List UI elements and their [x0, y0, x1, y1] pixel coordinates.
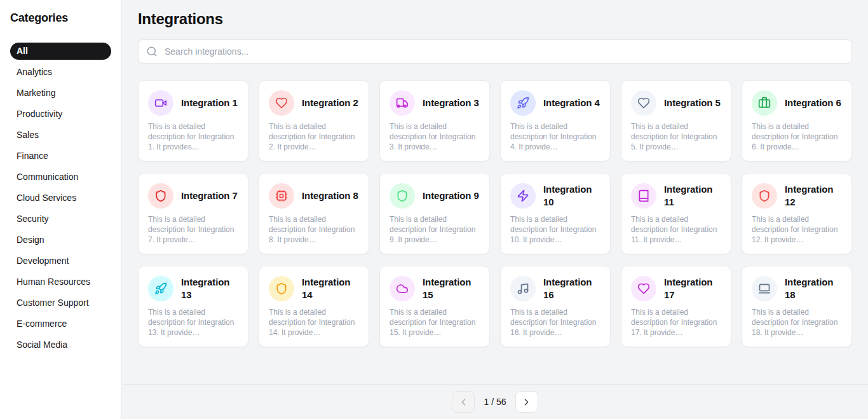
card-header: Integration 14 [269, 276, 359, 301]
integration-title: Integration 1 [181, 97, 238, 109]
video-icon [148, 90, 173, 116]
sidebar-heading: Categories [10, 11, 111, 25]
card-header: Integration 13 [148, 276, 238, 301]
shield-icon [148, 183, 173, 209]
integration-card[interactable]: Integration 7This is a detailed descript… [138, 173, 248, 254]
integration-description: This is a detailed description for Integ… [510, 121, 600, 152]
chevron-right-icon [521, 397, 532, 408]
rocket-icon [510, 90, 536, 116]
integrations-grid: Integration 1This is a detailed descript… [138, 80, 852, 347]
sidebar-item-communication[interactable]: Communication [10, 168, 111, 186]
integration-description: This is a detailed description for Integ… [752, 307, 842, 338]
integration-title: Integration 8 [302, 189, 358, 202]
integration-description: This is a detailed description for Integ… [631, 307, 721, 338]
integration-card[interactable]: Integration 17This is a detailed descrip… [621, 266, 731, 347]
integration-title: Integration 12 [785, 183, 842, 209]
integration-card[interactable]: Integration 2This is a detailed descript… [259, 80, 369, 161]
integration-title: Integration 2 [302, 97, 358, 109]
card-header: Integration 17 [631, 276, 721, 301]
integration-card[interactable]: Integration 9This is a detailed descript… [379, 173, 490, 254]
shield-icon [752, 183, 777, 209]
sidebar-item-finance[interactable]: Finance [10, 148, 111, 165]
integration-description: This is a detailed description for Integ… [148, 214, 238, 245]
card-header: Integration 8 [269, 183, 359, 209]
page-title: Integrations [138, 10, 852, 28]
card-header: Integration 1 [148, 90, 238, 116]
truck-icon [390, 90, 415, 116]
integration-card[interactable]: Integration 12This is a detailed descrip… [742, 173, 852, 254]
sidebar-item-sales[interactable]: Sales [10, 127, 111, 144]
integration-description: This is a detailed description for Integ… [752, 121, 842, 152]
cpu-icon [269, 183, 294, 209]
integration-card[interactable]: Integration 4This is a detailed descript… [500, 80, 611, 161]
chevron-left-icon [458, 397, 469, 408]
integration-description: This is a detailed description for Integ… [390, 214, 480, 245]
sidebar-item-human-resources[interactable]: Human Resources [10, 273, 111, 291]
pagination: 1 / 56 [122, 384, 868, 419]
card-header: Integration 11 [631, 183, 721, 209]
sidebar-item-development[interactable]: Development [10, 252, 111, 270]
integration-description: This is a detailed description for Integ… [148, 307, 238, 338]
integration-description: This is a detailed description for Integ… [510, 214, 600, 245]
music-icon [510, 276, 536, 301]
integration-card[interactable]: Integration 6This is a detailed descript… [742, 80, 852, 161]
integration-title: Integration 10 [543, 183, 600, 209]
integration-title: Integration 5 [664, 97, 721, 109]
integration-title: Integration 3 [423, 97, 479, 109]
search-icon [146, 46, 158, 57]
rocket-icon [148, 276, 173, 301]
card-header: Integration 6 [752, 90, 842, 116]
card-header: Integration 10 [510, 183, 600, 209]
card-header: Integration 12 [752, 183, 842, 209]
search-bar [138, 39, 852, 64]
shield-icon [269, 276, 294, 301]
card-header: Integration 7 [148, 183, 238, 209]
sidebar-item-marketing[interactable]: Marketing [10, 85, 111, 102]
app-window: Categories AllAnalyticsMarketingProducti… [0, 0, 868, 419]
integration-title: Integration 6 [785, 97, 841, 109]
integration-title: Integration 17 [664, 276, 721, 301]
integration-title: Integration 15 [423, 276, 480, 301]
integration-title: Integration 7 [181, 189, 238, 202]
next-page-button[interactable] [515, 391, 538, 413]
sidebar-item-all[interactable]: All [10, 43, 111, 60]
sidebar-item-design[interactable]: Design [10, 231, 111, 249]
card-header: Integration 15 [390, 276, 480, 301]
cloud-icon [390, 276, 415, 301]
integration-description: This is a detailed description for Integ… [631, 214, 721, 245]
integration-card[interactable]: Integration 18This is a detailed descrip… [742, 266, 852, 347]
sidebar-item-security[interactable]: Security [10, 210, 111, 228]
integration-card[interactable]: Integration 14This is a detailed descrip… [259, 266, 369, 347]
sidebar-item-social-media[interactable]: Social Media [10, 336, 111, 354]
integration-card[interactable]: Integration 8This is a detailed descript… [259, 173, 369, 254]
search-input[interactable] [163, 46, 844, 57]
integration-title: Integration 13 [181, 276, 238, 301]
integration-title: Integration 14 [302, 276, 359, 301]
card-header: Integration 9 [390, 183, 480, 209]
integration-title: Integration 16 [543, 276, 600, 301]
shield-icon [390, 183, 415, 209]
sidebar-item-e-commerce[interactable]: E-commerce [10, 315, 111, 333]
sidebar-item-productivity[interactable]: Productivity [10, 106, 111, 123]
integration-description: This is a detailed description for Integ… [269, 121, 359, 152]
card-header: Integration 18 [752, 276, 842, 301]
sidebar-item-customer-support[interactable]: Customer Support [10, 294, 111, 312]
card-header: Integration 2 [269, 90, 359, 116]
integration-card[interactable]: Integration 15This is a detailed descrip… [379, 266, 490, 347]
main-content: Integrations Integration 1This is a deta… [122, 0, 868, 419]
integration-card[interactable]: Integration 10This is a detailed descrip… [500, 173, 611, 254]
integration-description: This is a detailed description for Integ… [269, 307, 359, 338]
heart-icon [631, 90, 656, 116]
integration-card[interactable]: Integration 16This is a detailed descrip… [500, 266, 611, 347]
integration-card[interactable]: Integration 5This is a detailed descript… [621, 80, 731, 161]
previous-page-button[interactable] [452, 391, 475, 413]
sidebar-item-analytics[interactable]: Analytics [10, 64, 111, 81]
categories-sidebar: Categories AllAnalyticsMarketingProducti… [0, 0, 122, 419]
sidebar-item-cloud-services[interactable]: Cloud Services [10, 189, 111, 207]
integration-card[interactable]: Integration 1This is a detailed descript… [138, 80, 248, 161]
zap-icon [510, 183, 536, 209]
integration-card[interactable]: Integration 11This is a detailed descrip… [621, 173, 731, 254]
integration-card[interactable]: Integration 3This is a detailed descript… [379, 80, 490, 161]
integration-title: Integration 4 [543, 97, 600, 109]
integration-card[interactable]: Integration 13This is a detailed descrip… [138, 266, 248, 347]
